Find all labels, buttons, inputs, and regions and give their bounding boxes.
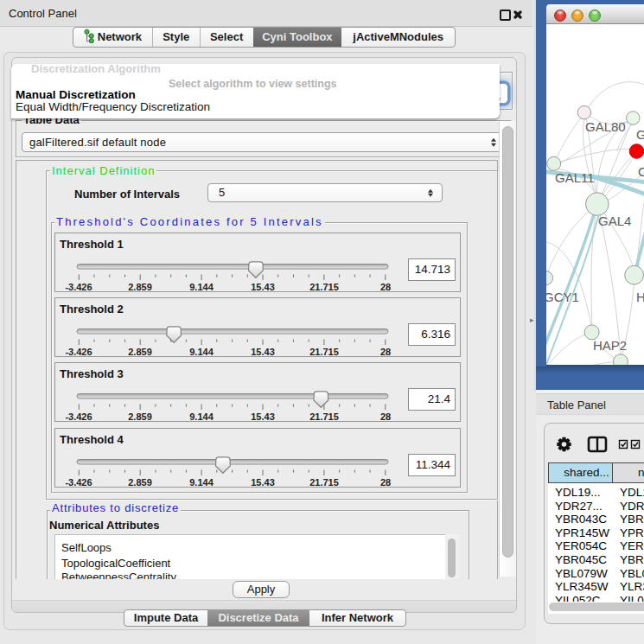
svg-text:GA: GA <box>636 127 644 142</box>
svg-text:C: C <box>638 164 644 179</box>
svg-text:H: H <box>636 290 644 304</box>
svg-text:HAP2: HAP2 <box>593 338 627 353</box>
svg-text:GAL4: GAL4 <box>598 214 631 228</box>
svg-text:GCY1: GCY1 <box>546 290 579 304</box>
svg-text:GAL11: GAL11 <box>555 170 595 185</box>
svg-text:GAL80: GAL80 <box>585 119 626 134</box>
